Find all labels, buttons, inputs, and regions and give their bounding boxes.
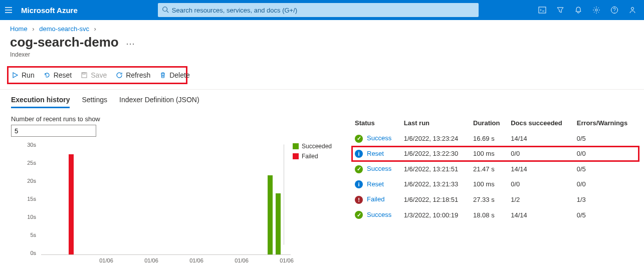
- col-last-run[interactable]: Last run: [401, 115, 470, 131]
- xtick: 01/06: [189, 257, 203, 263]
- bar-succeeded[interactable]: [268, 175, 273, 254]
- command-bar: Run Reset Save Refresh Delete: [7, 66, 187, 84]
- hamburger-icon[interactable]: [4, 6, 13, 15]
- cell-errs: 1/3: [574, 192, 639, 207]
- runs-count-input[interactable]: [11, 125, 96, 137]
- cell-docs: 1/2: [508, 192, 574, 207]
- reset-button[interactable]: Reset: [44, 71, 72, 79]
- run-label: Run: [22, 71, 35, 79]
- ytick: 5s: [30, 232, 36, 238]
- bar-failed[interactable]: [69, 154, 74, 254]
- cell-status: ✓Success: [352, 207, 401, 223]
- ytick: 0s: [30, 250, 36, 256]
- table-row[interactable]: ✓Success1/3/2022, 10:00:1918.08 s14/140/…: [352, 207, 639, 223]
- ytick: 10s: [27, 214, 36, 220]
- svg-point-5: [631, 8, 634, 10]
- cell-last-run: 1/3/2022, 10:00:19: [401, 207, 470, 223]
- cell-status: ✓Success: [352, 161, 401, 177]
- xtick: 01/06: [144, 257, 158, 263]
- breadcrumb: Home › demo-search-svc ›: [0, 20, 644, 35]
- feedback-icon[interactable]: [628, 6, 637, 15]
- status-success-icon: ✓: [355, 135, 363, 143]
- status-link[interactable]: Reset: [367, 180, 384, 188]
- xtick: 01/06: [235, 257, 249, 263]
- settings-gear-icon[interactable]: [592, 6, 601, 15]
- cell-errs: 0/0: [574, 177, 639, 192]
- status-info-icon: i: [355, 180, 363, 188]
- legend-label: Failed: [302, 153, 318, 160]
- status-success-icon: ✓: [355, 211, 363, 219]
- cell-status: !Failed: [352, 192, 401, 207]
- svg-line-1: [166, 11, 168, 13]
- chart-cursor-line: [284, 145, 284, 244]
- table-row[interactable]: iReset1/6/2022, 13:22:30100 ms0/00/0: [352, 146, 639, 162]
- tab-bar: Execution history Settings Indexer Defin…: [0, 90, 644, 108]
- cell-duration: 27.33 s: [470, 192, 508, 207]
- cell-duration: 18.08 s: [470, 207, 508, 223]
- cell-last-run: 1/6/2022, 12:18:51: [401, 192, 470, 207]
- ytick: 30s: [27, 142, 36, 148]
- status-info-icon: i: [355, 150, 363, 158]
- cell-docs: 0/0: [508, 177, 574, 192]
- cell-last-run: 1/6/2022, 13:21:33: [401, 177, 470, 192]
- global-search[interactable]: [158, 3, 479, 17]
- legend-swatch-red: [293, 153, 299, 159]
- top-icon-bar: [538, 6, 640, 15]
- run-history-table: Status Last run Duration Docs succeeded …: [352, 115, 644, 265]
- run-history-chart: 30s 25s 20s 15s 10s 5s 0s 01/06 01/06 01…: [11, 140, 291, 265]
- brand-label[interactable]: Microsoft Azure: [21, 6, 78, 15]
- ytick: 20s: [27, 178, 36, 184]
- save-label: Save: [91, 71, 107, 79]
- run-button[interactable]: Run: [12, 71, 35, 79]
- search-icon: [162, 6, 169, 15]
- cell-docs: 14/14: [508, 161, 574, 177]
- delete-button[interactable]: Delete: [159, 71, 189, 79]
- cloud-shell-icon[interactable]: [538, 6, 547, 15]
- status-link[interactable]: Failed: [367, 195, 384, 203]
- table-row[interactable]: ✓Success1/6/2022, 13:23:2416.69 s14/140/…: [352, 131, 639, 146]
- bar-succeeded[interactable]: [276, 193, 281, 254]
- cell-status: iReset: [352, 146, 401, 162]
- tab-settings[interactable]: Settings: [82, 96, 107, 108]
- status-fail-icon: !: [355, 196, 363, 204]
- cell-duration: 16.69 s: [470, 131, 508, 146]
- chart-legend: Succeeded Failed: [293, 143, 332, 265]
- legend-swatch-green: [293, 143, 299, 149]
- tab-indexer-definition[interactable]: Indexer Definition (JSON): [119, 96, 199, 108]
- cell-errs: 0/5: [574, 131, 639, 146]
- cell-docs: 14/14: [508, 207, 574, 223]
- table-row[interactable]: iReset1/6/2022, 13:21:33100 ms0/00/0: [352, 177, 639, 192]
- svg-rect-2: [539, 7, 546, 13]
- cell-docs: 0/0: [508, 146, 574, 162]
- notifications-icon[interactable]: [574, 6, 583, 15]
- cell-errs: 0/0: [574, 146, 639, 162]
- breadcrumb-service[interactable]: demo-search-svc: [39, 25, 89, 33]
- status-link[interactable]: Reset: [367, 150, 384, 157]
- cell-duration: 21.47 s: [470, 161, 508, 177]
- refresh-button[interactable]: Refresh: [116, 71, 150, 79]
- directory-filter-icon[interactable]: [556, 6, 565, 15]
- chevron-right-icon: ›: [94, 25, 96, 33]
- svg-rect-7: [83, 73, 85, 74]
- col-status[interactable]: Status: [352, 115, 401, 131]
- status-link[interactable]: Success: [367, 134, 391, 142]
- search-input[interactable]: [172, 7, 475, 14]
- status-link[interactable]: Success: [367, 211, 391, 218]
- tab-execution-history[interactable]: Execution history: [11, 96, 70, 108]
- col-docs[interactable]: Docs succeeded: [508, 115, 574, 131]
- table-row[interactable]: ✓Success1/6/2022, 13:21:5121.47 s14/140/…: [352, 161, 639, 177]
- status-link[interactable]: Success: [367, 165, 391, 172]
- col-errs[interactable]: Errors/Warnings: [574, 115, 639, 131]
- breadcrumb-home[interactable]: Home: [10, 25, 28, 33]
- svg-point-3: [595, 9, 597, 11]
- col-duration[interactable]: Duration: [470, 115, 508, 131]
- cell-last-run: 1/6/2022, 13:22:30: [401, 146, 470, 162]
- more-actions-icon[interactable]: ⋯: [126, 38, 135, 49]
- save-button: Save: [81, 71, 107, 79]
- ytick: 15s: [27, 196, 36, 202]
- cell-docs: 14/14: [508, 131, 574, 146]
- table-row[interactable]: !Failed1/6/2022, 12:18:5127.33 s1/21/3: [352, 192, 639, 207]
- cell-errs: 0/5: [574, 161, 639, 177]
- top-bar: Microsoft Azure: [0, 0, 644, 20]
- help-icon[interactable]: [610, 6, 619, 15]
